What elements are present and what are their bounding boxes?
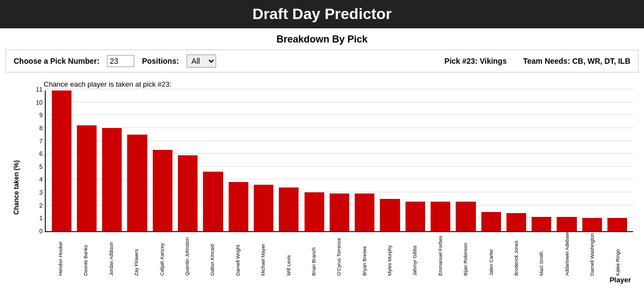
y-tick-label: 6 [27, 150, 43, 157]
bar-group [479, 90, 503, 231]
bar-group [454, 90, 478, 231]
bar [229, 182, 248, 231]
bar-group [554, 90, 579, 231]
x-axis-player-label: Emmanuel Forbes [428, 232, 452, 276]
x-axis-player-label: Deonte Banks [73, 232, 98, 276]
controls-right: Pick #23: Vikings Team Needs: CB, WR, DT… [444, 57, 630, 65]
page-subtitle: Breakdown By Pick [0, 34, 644, 45]
x-axis-player-label: Myles Murphy [377, 232, 402, 276]
x-axis-label: Player [25, 276, 631, 284]
bar-group [125, 90, 150, 231]
controls-bar: Choose a Pick Number: Positions: All QB … [5, 50, 639, 72]
x-axis-player-label: Jalen Carter [479, 232, 503, 276]
x-axis-player-label: Jahmyr Gibbs [402, 232, 427, 276]
bar [279, 187, 299, 231]
x-axis-player-label: Calijah Kancey [150, 232, 174, 276]
bar [532, 217, 551, 231]
y-tick-label: 1 [27, 215, 43, 221]
controls-left: Choose a Pick Number: Positions: All QB … [14, 54, 216, 68]
y-axis-label: Chance taken (%) [11, 90, 22, 284]
x-axis-player-label: Will Levis [276, 232, 301, 276]
bar-group [201, 90, 225, 231]
bar-group [327, 90, 351, 231]
y-tick-label: 0 [27, 228, 43, 234]
x-axis-player-label: Bijan Robinson [453, 232, 478, 276]
bar [178, 155, 198, 231]
pick-number-label: Choose a Pick Number: [14, 57, 99, 65]
bar [153, 150, 172, 231]
y-tick-label: 10 [27, 99, 43, 106]
chart-title: Chance each player is taken at pick #23: [44, 80, 633, 88]
x-axis-player-label: Quentin Johnston [175, 232, 199, 276]
team-needs: Team Needs: CB, WR, DT, ILB [523, 57, 630, 65]
x-axis-player-label: Hendon Hooker [48, 232, 73, 276]
bar [102, 128, 122, 231]
x-axis-player-label: Darnell Washington [580, 232, 604, 276]
bar-group [150, 90, 175, 231]
x-axis-player-label: Dalton Kincaid [200, 232, 224, 276]
app-header: Draft Day Predictor [0, 0, 644, 28]
bar-group [580, 90, 604, 231]
bar-group [529, 90, 554, 231]
chart-area: Chance each player is taken at pick #23:… [11, 80, 633, 284]
x-axis-player-label: Jordan Addison [99, 232, 123, 276]
bar-group [226, 90, 251, 231]
y-tick-label: 7 [27, 138, 43, 144]
x-axis-player-label: Michael Mayer [251, 232, 275, 276]
bar-group [302, 90, 326, 231]
x-axis-player-label: Addariowei Adebawore [554, 232, 579, 276]
bar [506, 213, 526, 231]
y-tick-label: 3 [27, 189, 43, 196]
y-tick-label: 11 [27, 86, 43, 93]
app-title: Draft Day Predictor [252, 5, 391, 22]
bar [557, 217, 576, 231]
x-axis-player-label: Broderick Jones [504, 232, 528, 276]
bar [582, 218, 602, 231]
bar [380, 199, 399, 231]
bar [305, 192, 324, 231]
bar [607, 218, 627, 231]
bar [406, 202, 425, 231]
bar [481, 212, 501, 231]
x-axis-player-label: Brian Branch [301, 232, 326, 276]
bar [431, 202, 450, 231]
x-axis-player-label: Darnell Wright [225, 232, 250, 276]
x-axis-player-label: Mazi Smith [529, 232, 553, 276]
bar-group [504, 90, 528, 231]
position-label: Positions: [142, 57, 179, 65]
pick-info: Pick #23: Vikings [444, 57, 506, 65]
bar-group [251, 90, 276, 231]
y-tick-label: 5 [27, 163, 43, 170]
bar-group [175, 90, 200, 231]
bar [355, 193, 374, 231]
bar-group [277, 90, 301, 231]
bar [254, 185, 273, 231]
bar [456, 202, 475, 231]
bar-group [353, 90, 377, 231]
y-tick-label: 2 [27, 202, 43, 209]
bar-group [403, 90, 427, 231]
x-axis-player-label: Zay Flowers [124, 232, 148, 276]
app-container: Draft Day Predictor Breakdown By Pick Ch… [0, 0, 644, 284]
bar-group [378, 90, 402, 231]
bar-group [49, 90, 74, 231]
bar [330, 193, 349, 231]
bar [52, 90, 71, 231]
pick-number-input[interactable] [107, 55, 134, 67]
bar [203, 172, 223, 231]
bar-group [428, 90, 452, 231]
x-axis-player-label: Kalee Ringo [605, 232, 630, 276]
bar [127, 135, 147, 231]
y-tick-label: 8 [27, 125, 43, 131]
x-axis-player-label: Bryan Bresee [352, 232, 377, 276]
y-tick-label: 4 [27, 176, 43, 183]
x-axis-player-label: O'Cyrus Torrence [326, 232, 351, 276]
bar-group [100, 90, 124, 231]
bar [77, 125, 97, 231]
bar-group [605, 90, 630, 231]
position-select[interactable]: All QB RB WR TE OL DL LB CB S [187, 54, 216, 68]
y-tick-label: 9 [27, 112, 43, 118]
bar-group [74, 90, 99, 231]
